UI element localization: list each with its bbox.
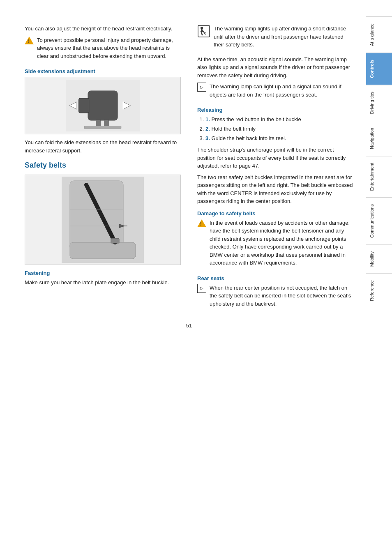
svg-rect-7 <box>84 126 121 129</box>
headrest-image <box>25 77 181 134</box>
sidebar-tab-reference[interactable]: Reference <box>366 273 392 308</box>
intro-text: You can also adjust the height of the he… <box>25 25 181 33</box>
sidebar-tab-communications[interactable]: Communications <box>366 197 392 244</box>
svg-rect-17 <box>198 25 210 37</box>
step-3: 3. Guide the belt back into its reel. <box>205 134 353 143</box>
rear-seats-arrow-icon: ▷ <box>197 284 206 293</box>
sidebar: At a glance Controls Driving tips Naviga… <box>366 0 392 555</box>
note-arrow-icon: ▷ <box>197 83 206 92</box>
damage-title: Damage to safety belts <box>197 210 353 216</box>
front-passenger-note: ▷ The warning lamp can light up and a si… <box>197 83 353 102</box>
warning-icon <box>25 36 34 45</box>
damage-warning-block: In the event of loads caused by accident… <box>197 219 353 270</box>
svg-point-18 <box>201 27 203 29</box>
front-passenger-note-text: The warning lamp can light up and a sign… <box>210 83 353 99</box>
fastening-title: Fastening <box>25 270 181 276</box>
warning-lamp-text: The warning lamp lights up after driving… <box>214 25 353 49</box>
page-number: 51 <box>25 322 353 329</box>
sidebar-tab-controls[interactable]: Controls <box>366 53 392 85</box>
rear-seats-note-text: When the rear center position is not occ… <box>210 284 353 308</box>
svg-rect-1 <box>88 91 118 120</box>
damage-warning-icon <box>197 219 206 228</box>
releasing-title: Releasing <box>197 107 353 113</box>
side-extensions-description: You can fold the side extensions on the … <box>25 138 181 154</box>
svg-line-23 <box>202 33 203 35</box>
shoulder-text: The shoulder strap's anchorage point wil… <box>197 146 353 170</box>
svg-rect-12 <box>111 238 119 243</box>
belt-warning-icon <box>197 25 210 38</box>
step-1: 1. Press the red button in the belt buck… <box>205 115 353 124</box>
warning-text: To prevent possible personal injury and … <box>37 36 181 60</box>
sidebar-tab-entertainment[interactable]: Entertainment <box>366 156 392 197</box>
svg-rect-10 <box>70 242 136 259</box>
sidebar-tab-navigation[interactable]: Navigation <box>366 121 392 156</box>
fastening-text: Make sure you hear the latch plate engag… <box>25 279 181 287</box>
warning-lamp-block: The warning lamp lights up after driving… <box>197 25 353 52</box>
step-2: 2. Hold the belt firmly <box>205 125 353 134</box>
warning-block-headrest: To prevent possible personal injury and … <box>25 36 181 64</box>
rear-seats-title: Rear seats <box>197 275 353 281</box>
side-extensions-title: Side extensions adjustment <box>25 68 181 74</box>
releasing-steps: 1. Press the red button in the belt buck… <box>205 115 353 143</box>
right-column: The warning lamp lights up after driving… <box>193 25 353 314</box>
damage-warning-text: In the event of loads caused by accident… <box>210 219 353 267</box>
seatbelt-image <box>25 175 181 265</box>
rear-seats-note: ▷ When the rear center position is not o… <box>197 284 353 311</box>
left-column: You can also adjust the height of the he… <box>25 25 185 314</box>
sidebar-tab-at-a-glance[interactable]: At a glance <box>366 16 392 53</box>
sidebar-tab-driving-tips[interactable]: Driving tips <box>366 85 392 120</box>
acoustic-text: At the same time, an acoustic signal sou… <box>197 55 353 80</box>
svg-rect-2 <box>79 98 89 113</box>
sidebar-tab-mobility[interactable]: Mobility <box>366 244 392 273</box>
rear-belt-text: The two rear safety belt buckles integra… <box>197 173 353 205</box>
safety-belts-title: Safety belts <box>25 161 181 170</box>
